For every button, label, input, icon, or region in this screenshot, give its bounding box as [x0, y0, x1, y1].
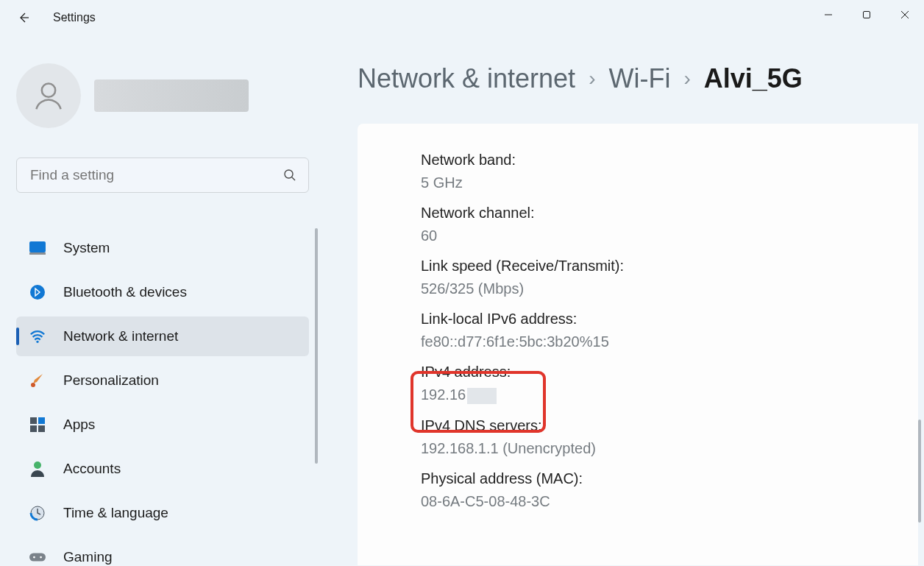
sidebar-item-bluetooth[interactable]: Bluetooth & devices — [16, 272, 309, 312]
sidebar-item-label: Network & internet — [63, 328, 178, 344]
sidebar-item-label: System — [63, 240, 110, 256]
sidebar-item-label: Personalization — [63, 372, 159, 389]
properties-panel: Network band:5 GHz Network channel:60 Li… — [358, 124, 918, 565]
sidebar: System Bluetooth & devices Network & int… — [0, 35, 338, 566]
prop-value-dns: 192.168.1.1 (Unencrypted) — [421, 440, 918, 457]
titlebar: Settings — [0, 0, 924, 35]
sidebar-item-network[interactable]: Network & internet — [16, 316, 309, 356]
breadcrumb-current: Alvi_5G — [704, 63, 803, 94]
svg-point-5 — [285, 170, 293, 178]
sidebar-item-time[interactable]: Time & language — [16, 493, 309, 533]
breadcrumb-level2[interactable]: Wi-Fi — [608, 63, 670, 94]
svg-point-10 — [36, 341, 38, 343]
svg-rect-13 — [38, 417, 45, 424]
svg-rect-18 — [29, 553, 46, 562]
bluetooth-icon — [29, 284, 46, 300]
svg-rect-8 — [29, 252, 46, 255]
sidebar-item-label: Apps — [63, 417, 95, 433]
search-box[interactable] — [16, 158, 309, 193]
profile-section[interactable] — [16, 63, 316, 128]
svg-point-20 — [40, 556, 42, 559]
svg-rect-1 — [864, 12, 870, 18]
svg-point-4 — [42, 84, 55, 97]
svg-line-6 — [292, 177, 295, 180]
svg-point-9 — [30, 285, 45, 300]
breadcrumb: Network & internet › Wi-Fi › Alvi_5G — [358, 63, 918, 94]
sidebar-item-personalization[interactable]: Personalization — [16, 361, 309, 400]
brush-icon — [29, 372, 46, 389]
main-scrollbar[interactable] — [918, 420, 921, 523]
clock-icon — [29, 505, 46, 521]
maximize-button[interactable] — [847, 0, 886, 29]
sidebar-item-accounts[interactable]: Accounts — [16, 449, 309, 489]
apps-icon — [29, 417, 46, 433]
svg-point-11 — [31, 383, 35, 387]
sidebar-scrollbar[interactable] — [315, 228, 318, 464]
sidebar-item-gaming[interactable]: Gaming — [16, 537, 309, 566]
prop-label-mac: Physical address (MAC): — [421, 470, 918, 487]
prop-value-band: 5 GHz — [421, 174, 918, 191]
svg-rect-12 — [30, 417, 37, 424]
settings-window: Settings System — [0, 0, 924, 566]
sidebar-item-system[interactable]: System — [16, 228, 309, 268]
chevron-right-icon: › — [589, 67, 595, 91]
sidebar-item-label: Bluetooth & devices — [63, 284, 187, 300]
system-icon — [29, 240, 46, 256]
app-title: Settings — [53, 11, 96, 24]
svg-rect-7 — [29, 241, 46, 252]
prop-label-band: Network band: — [421, 152, 918, 169]
username-placeholder — [94, 79, 249, 112]
svg-point-16 — [34, 461, 41, 469]
prop-value-mac: 08-6A-C5-08-48-3C — [421, 493, 918, 510]
search-input[interactable] — [29, 166, 283, 184]
search-icon — [283, 169, 296, 182]
svg-point-19 — [33, 556, 35, 559]
minimize-button[interactable] — [809, 0, 847, 29]
nav-list: System Bluetooth & devices Network & int… — [16, 228, 309, 566]
prop-value-ipv6: fe80::d77:6f1e:5bc:3b20%15 — [421, 333, 918, 350]
ipv4-highlight-box — [411, 371, 546, 433]
sidebar-item-apps[interactable]: Apps — [16, 405, 309, 445]
wifi-icon — [29, 328, 46, 344]
svg-rect-15 — [38, 425, 45, 432]
close-button[interactable] — [886, 0, 924, 29]
chevron-right-icon: › — [683, 67, 690, 91]
prop-label-linkspeed: Link speed (Receive/Transmit): — [421, 258, 918, 275]
breadcrumb-level1[interactable]: Network & internet — [358, 63, 575, 94]
back-button[interactable] — [16, 10, 31, 25]
sidebar-item-label: Gaming — [63, 549, 113, 565]
gaming-icon — [29, 549, 46, 565]
prop-label-channel: Network channel: — [421, 205, 918, 222]
sidebar-item-label: Accounts — [63, 461, 121, 477]
svg-rect-14 — [30, 425, 37, 432]
accounts-icon — [29, 461, 46, 477]
window-controls — [809, 0, 924, 29]
main-content: Network & internet › Wi-Fi › Alvi_5G Net… — [338, 35, 924, 566]
prop-label-ipv6: Link-local IPv6 address: — [421, 311, 918, 328]
prop-value-channel: 60 — [421, 227, 918, 244]
sidebar-item-label: Time & language — [63, 505, 168, 521]
avatar — [16, 63, 81, 128]
prop-value-linkspeed: 526/325 (Mbps) — [421, 280, 918, 297]
